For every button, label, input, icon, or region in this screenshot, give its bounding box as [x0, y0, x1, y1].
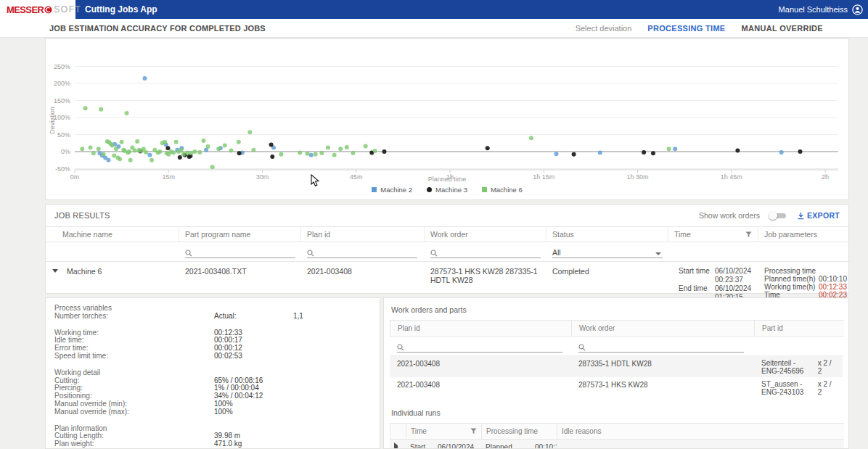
process-group: Process variablesNumber torches:Actual:1…: [54, 305, 371, 321]
job-parameter-row: Working time(h)00:12:33: [764, 283, 847, 291]
show-work-orders-toggle[interactable]: [769, 210, 788, 221]
select-deviation-label: Select deviation: [576, 24, 632, 33]
status-value: Completed: [546, 262, 668, 294]
part-name-value: ST_aussen - ENG-243103: [761, 381, 812, 398]
part-count-value: x 2 / 2: [818, 381, 837, 398]
status-filter-select[interactable]: All: [552, 246, 663, 258]
search-icon: [307, 250, 314, 257]
time-filter-icon[interactable]: [745, 231, 752, 238]
export-button[interactable]: EXPORT: [797, 211, 840, 220]
deviation-tab-processing-time[interactable]: PROCESSING TIME: [647, 24, 725, 33]
svg-text:100%: 100%: [54, 114, 70, 121]
status-filter-value: All: [552, 248, 561, 257]
column-header-job-parameters: Job parameters: [758, 226, 850, 242]
wo-work-order-search-field[interactable]: [578, 340, 744, 353]
variable-value: [293, 337, 371, 345]
deviation-tab-manual-override[interactable]: MANUAL OVERRIDE: [742, 24, 823, 33]
chart-points-machine-2: [98, 76, 784, 162]
process-variable-row: Cutting Length:39.98 m: [54, 432, 371, 440]
variable-value: [293, 377, 371, 385]
wo-filter-work-order: [571, 337, 754, 356]
variable-label: Speed limit time:: [54, 353, 214, 361]
wo-plan-id-value: 2021-003408: [390, 377, 571, 398]
toggle-knob: [769, 211, 777, 220]
download-icon: [797, 212, 805, 220]
job-results-title: JOB RESULTS: [54, 211, 110, 220]
deviation-tabs: PROCESSING TIMEMANUAL OVERRIDE: [647, 24, 823, 33]
deviation-options: Select deviation PROCESSING TIMEMANUAL O…: [576, 24, 823, 33]
plan-id-search-input[interactable]: [317, 248, 404, 257]
legend-item-machine-3[interactable]: Machine 3: [427, 186, 467, 194]
legend-label: Machine 6: [491, 186, 523, 194]
process-group: Plan informationCutting Length:39.98 mPl…: [54, 425, 371, 449]
legend-marker-icon: [372, 187, 377, 192]
part-name-value: Seitenteil - ENG-245696: [761, 360, 812, 377]
job-row-expander[interactable]: Machine 6: [46, 262, 179, 294]
processing-time-title: Processing time: [764, 267, 847, 275]
wo-work-order-value: 287573-1 HKS KW28: [571, 377, 754, 398]
run-processing-cell: Planned time(h) 00:10:10 Working time(h)…: [481, 440, 557, 449]
logo-soft-text: SOFT: [54, 4, 81, 15]
job-results-table: Machine name Part program name Plan id W…: [46, 226, 848, 294]
parameter-label: Planned time(h): [764, 275, 816, 283]
wo-part-id-cell: ST_aussen - ENG-243103x 2 / 2: [754, 377, 844, 398]
variable-value: [293, 353, 371, 361]
chart-x-axis-label: Planned time: [46, 176, 848, 183]
process-variable-row: Idle time:00:00:17: [54, 337, 371, 345]
part-program-search-input[interactable]: [195, 248, 282, 257]
legend-item-machine-2[interactable]: Machine 2: [372, 186, 412, 194]
run-time-cell: Start time 06/10/2024 01:10:03 End time …: [406, 440, 481, 449]
work-order-row[interactable]: 2021-003408287335-1 HDTL KW28Seitenteil …: [390, 356, 843, 377]
job-results-card: JOB RESULTS Show work orders EXPORT Mach…: [45, 204, 849, 294]
deviation-chart-card: -50%0%50%100%150%200%250%0m15m30m45m1h1h…: [45, 38, 849, 200]
start-time-value: 06/10/2024 00:23:37: [715, 267, 753, 284]
plan-id-search-field[interactable]: [307, 246, 417, 258]
wo-column-part-id: Part id: [754, 320, 844, 337]
part-program-search-field[interactable]: [185, 246, 295, 258]
work-orders-panel: Work orders and parts Plan id Work order…: [383, 297, 849, 449]
run-start-value: 06/10/2024 01:10:03: [438, 443, 477, 449]
show-work-orders-label: Show work orders: [699, 211, 760, 220]
work-order-value: 287573-1 HKS KW28 287335-1 HDTL KW28: [425, 262, 546, 294]
messer-soft-logo[interactable]: MESSER SOFT: [0, 0, 75, 19]
svg-text:150%: 150%: [54, 97, 70, 104]
process-variable-row: Cutting:65% / 00:08:16: [54, 377, 371, 385]
run-idle-reasons-cell: [557, 440, 844, 449]
work-order-row[interactable]: 2021-003408287573-1 HKS KW28ST_aussen - …: [390, 377, 843, 398]
column-header-time: Time: [668, 226, 758, 242]
run-row-expander[interactable]: [390, 440, 406, 449]
wo-work-order-search-input[interactable]: [589, 342, 676, 351]
wo-column-plan-id: Plan id: [390, 320, 571, 337]
variable-value: [293, 432, 371, 440]
variable-value: [293, 408, 371, 416]
search-icon: [397, 344, 404, 351]
svg-text:0%: 0%: [61, 148, 70, 155]
svg-text:-50%: -50%: [55, 165, 70, 173]
ir-column-expander: [390, 423, 406, 440]
column-header-machine-name: Machine name: [46, 226, 179, 242]
process-variables-panel: Process variablesNumber torches:Actual:1…: [45, 297, 380, 449]
work-order-search-field[interactable]: [430, 246, 541, 258]
wo-plan-id-search-input[interactable]: [407, 342, 494, 351]
wo-plan-id-search-field[interactable]: [397, 340, 562, 353]
time-filter-icon[interactable]: [470, 428, 477, 434]
parameter-value: 00:12:33: [819, 283, 847, 291]
svg-text:50%: 50%: [57, 131, 70, 139]
process-variable-row: Manual override (max):100%: [54, 408, 371, 416]
search-icon: [430, 250, 438, 257]
user-menu[interactable]: Manuel Schultheiss: [779, 0, 868, 19]
variable-value: [293, 384, 371, 392]
process-variable-row: Piercing:1% / 00:00:04: [54, 384, 371, 392]
process-group: Working detailCutting:65% / 00:08:16Pier…: [54, 369, 371, 416]
variable-label: Number torches:: [54, 313, 214, 321]
work-orders-rows: 2021-003408287335-1 HDTL KW28Seitenteil …: [390, 356, 843, 398]
process-variable-row: Plan weight:471.0 kg: [54, 440, 371, 448]
parameter-label: Working time(h): [764, 283, 815, 291]
collapse-icon: [52, 269, 58, 273]
legend-item-machine-6[interactable]: Machine 6: [482, 186, 523, 194]
job-results-actions: Show work orders EXPORT: [699, 210, 840, 221]
legend-label: Machine 3: [435, 186, 467, 194]
part-program-value: 2021-003408.TXT: [179, 262, 301, 294]
app-header: MESSER SOFT Cutting Jobs App Manuel Schu…: [0, 0, 868, 19]
work-order-search-input[interactable]: [441, 248, 528, 257]
